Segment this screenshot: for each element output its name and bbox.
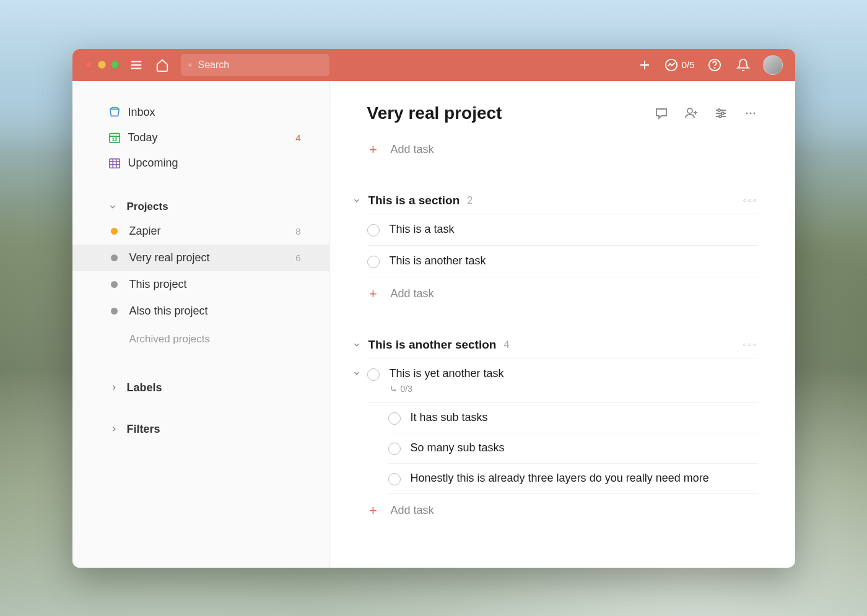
task-item[interactable]: It has sub tasks (388, 403, 758, 433)
task-checkbox[interactable] (367, 224, 380, 236)
task-section-header[interactable]: This is another section 4 ○○○ (367, 338, 758, 358)
app-window: 0/5 Inbox (72, 49, 795, 568)
section-label: Labels (127, 381, 162, 394)
svg-point-3 (189, 64, 191, 66)
task-title: This is another task (390, 254, 758, 267)
archived-label: Archived projects (129, 333, 210, 345)
task-checkbox[interactable] (388, 473, 401, 485)
task-item[interactable]: This is yet another task 0/3 (367, 358, 758, 403)
task-checkbox[interactable] (367, 368, 380, 381)
archived-projects-link[interactable]: Archived projects (72, 324, 329, 354)
traffic-lights (85, 61, 119, 69)
svg-rect-13 (109, 159, 120, 168)
project-count: 6 (295, 253, 300, 263)
window-close-button[interactable] (85, 61, 93, 69)
task-title: So many sub tasks (411, 441, 758, 454)
labels-header[interactable]: Labels (72, 373, 329, 403)
task-section-header[interactable]: This is a section 2 ○○○ (367, 194, 758, 214)
project-item-this-project[interactable]: This project (72, 271, 329, 298)
upcoming-icon (107, 156, 122, 170)
projects-header[interactable]: Projects (72, 196, 329, 218)
add-task-button[interactable]: + Add task (367, 277, 758, 307)
add-task-label: Add task (391, 504, 434, 517)
window-minimize-button[interactable] (98, 61, 106, 69)
section-more-button[interactable]: ○○○ (743, 341, 757, 348)
sidebar-item-upcoming[interactable]: Upcoming (72, 150, 329, 176)
section-count: 2 (467, 195, 473, 206)
bell-icon (736, 58, 750, 72)
task-item[interactable]: So many sub tasks (388, 433, 758, 464)
share-button[interactable] (684, 106, 699, 121)
plus-icon: + (367, 503, 380, 519)
project-color-dot (111, 281, 118, 288)
task-title: It has sub tasks (411, 411, 758, 424)
chevron-right-icon (110, 425, 118, 433)
project-label: Zapier (129, 225, 161, 238)
avatar[interactable] (763, 55, 783, 75)
svg-point-26 (719, 115, 721, 118)
more-icon (743, 106, 758, 121)
task-item[interactable]: This is another task (367, 246, 758, 277)
titlebar: 0/5 (72, 49, 795, 81)
filters-header[interactable]: Filters (72, 414, 329, 445)
add-task-button[interactable]: + Add task (367, 137, 758, 163)
add-task-button[interactable]: + Add task (367, 494, 758, 524)
svg-point-24 (721, 112, 724, 115)
svg-point-29 (753, 112, 755, 114)
task-checkbox[interactable] (367, 256, 380, 268)
menu-button[interactable] (128, 56, 145, 74)
home-icon (155, 58, 169, 72)
view-options-button[interactable] (713, 106, 728, 121)
plus-icon (637, 58, 652, 72)
chevron-down-icon[interactable] (352, 369, 361, 378)
project-color-dot (111, 254, 118, 261)
section-label: Filters (127, 423, 160, 436)
project-count: 8 (295, 226, 300, 236)
productivity-button[interactable]: 0/5 (664, 58, 695, 72)
section-count: 4 (503, 339, 509, 350)
nav-label: Upcoming (128, 157, 178, 170)
task-checkbox[interactable] (388, 412, 401, 425)
project-label: Also this project (129, 305, 208, 318)
svg-point-22 (718, 109, 720, 111)
task-meta: 0/3 (390, 384, 758, 394)
notifications-button[interactable] (734, 56, 752, 74)
svg-text:12: 12 (111, 137, 118, 142)
sidebar: Inbox 12 Today 4 Upcoming (72, 81, 330, 568)
sidebar-item-inbox[interactable]: Inbox (72, 100, 329, 125)
task-item[interactable]: This is a task (367, 214, 758, 246)
project-item-zapier[interactable]: Zapier 8 (72, 218, 329, 245)
main-content: Very real project (330, 81, 795, 568)
sidebar-item-today[interactable]: 12 Today 4 (72, 125, 329, 150)
task-checkbox[interactable] (388, 443, 401, 455)
search-box[interactable] (181, 54, 329, 76)
quick-add-button[interactable] (636, 56, 653, 74)
more-options-button[interactable] (743, 106, 758, 121)
project-item-very-real-project[interactable]: Very real project 6 (72, 245, 329, 271)
add-person-icon (684, 106, 699, 121)
today-icon: 12 (107, 131, 122, 144)
add-task-label: Add task (391, 287, 434, 300)
project-item-also-this-project[interactable]: Also this project (72, 298, 329, 324)
chevron-down-icon (352, 196, 361, 205)
nav-label: Inbox (128, 106, 155, 119)
comment-icon (654, 106, 669, 121)
plus-icon: + (367, 286, 380, 302)
window-maximize-button[interactable] (111, 61, 119, 69)
subtask-icon (390, 384, 398, 393)
task-section: This is a section 2 ○○○ This is a task T… (367, 194, 758, 307)
chevron-down-icon (352, 341, 361, 349)
section-title: This is another section (368, 338, 497, 352)
productivity-count: 0/5 (682, 59, 695, 70)
svg-point-18 (687, 108, 692, 113)
project-label: This project (129, 278, 187, 291)
app-body: Inbox 12 Today 4 Upcoming (72, 81, 795, 568)
home-button[interactable] (154, 56, 171, 74)
project-header: Very real project (367, 103, 758, 123)
help-button[interactable] (706, 56, 723, 74)
task-item[interactable]: Honestly this is already three layers do… (388, 464, 758, 494)
search-icon (188, 59, 192, 71)
comments-button[interactable] (654, 106, 669, 121)
section-more-button[interactable]: ○○○ (743, 197, 757, 204)
search-input[interactable] (198, 59, 322, 71)
